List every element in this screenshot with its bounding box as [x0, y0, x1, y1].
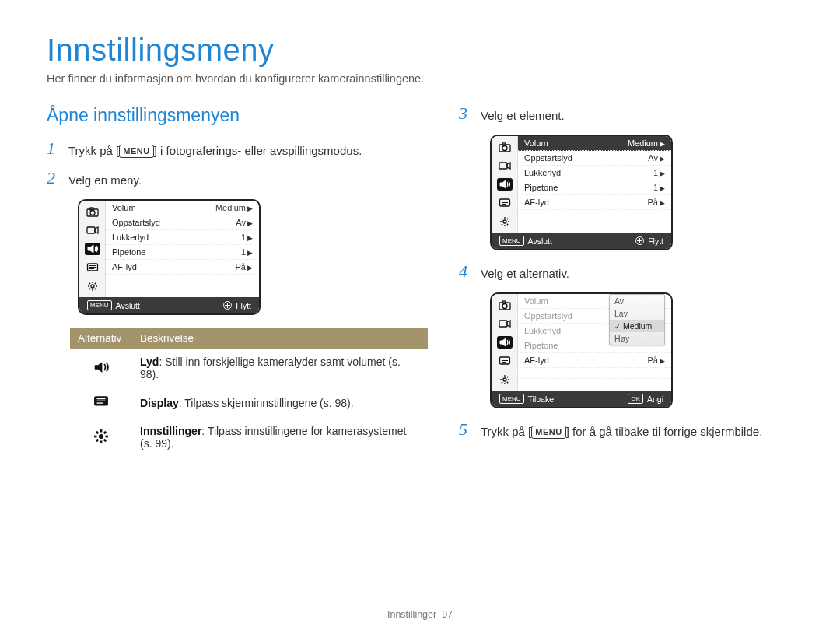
- display-icon: [70, 387, 132, 419]
- lcd-row-empty: [106, 275, 259, 285]
- svg-line-46: [501, 224, 502, 225]
- lcd-row-label: Lukkerlyd: [112, 233, 149, 242]
- svg-line-13: [89, 283, 89, 284]
- footer-page-number: 97: [442, 609, 453, 620]
- chevron-right-icon: ▶: [247, 219, 253, 227]
- menu-button-label: MENU: [531, 426, 565, 439]
- lcd-row-label: Pipetone: [524, 183, 558, 192]
- step-text: Trykk på [: [68, 144, 119, 157]
- sound-icon: [497, 178, 513, 191]
- lcd-row-empty: [518, 210, 671, 221]
- intro-text: Her finner du informasjon om hvordan du …: [47, 72, 793, 85]
- menu-pill-icon: MENU: [87, 300, 112, 310]
- lcd-list: Volum Oppstartslyd Lukkerlyd Pipetone AF…: [518, 294, 671, 391]
- dropdown-option: Høy: [610, 332, 664, 345]
- option-desc: : Tilpass skjerminnstillingene (s. 98).: [179, 397, 354, 409]
- menu-button-label: MENU: [119, 145, 153, 158]
- lcd-row: Pipetone1▶: [106, 245, 259, 260]
- lcd-set-label: Angi: [647, 394, 663, 404]
- svg-rect-33: [499, 163, 507, 169]
- sound-icon: [70, 349, 132, 387]
- lcd-footer: MENUTilbake OKAngi: [492, 391, 671, 407]
- svg-line-28: [104, 431, 106, 433]
- lcd-exit-label: Avslutt: [116, 301, 140, 310]
- step-5: 5 Trykk på [MENU] for å gå tilbake til f…: [459, 421, 793, 440]
- page-title: Innstillingsmeny: [47, 33, 793, 68]
- table-header-option: Alternativ: [70, 328, 132, 349]
- camera-icon: [497, 299, 513, 311]
- dropdown-option-label: Medium: [623, 321, 652, 331]
- step-2: 2 Velg en meny.: [47, 170, 428, 188]
- section-heading: Åpne innstillingsmenyen: [47, 105, 428, 126]
- svg-line-14: [94, 289, 95, 289]
- video-icon: [85, 224, 100, 236]
- lcd-row-label: Oppstartslyd: [524, 311, 572, 321]
- lcd-exit-label: Avslutt: [528, 236, 552, 246]
- sound-icon: [497, 336, 513, 349]
- lcd-row: Lukkerlyd1▶: [106, 230, 259, 245]
- step-text: Velg et element.: [481, 105, 565, 124]
- lcd-row-label: Volum: [524, 138, 548, 148]
- chevron-right-icon: ▶: [660, 184, 665, 192]
- step-number: 1: [47, 140, 61, 157]
- chevron-right-icon: ▶: [247, 264, 253, 271]
- step-text: Trykk på [: [481, 425, 531, 438]
- nav-icon: [223, 301, 232, 310]
- chevron-right-icon: ▶: [247, 249, 253, 257]
- chevron-right-icon: ▶: [660, 357, 665, 365]
- lcd-row-label: AF-lyd: [524, 356, 549, 365]
- chevron-right-icon: ▶: [660, 170, 665, 177]
- display-icon: [85, 261, 100, 274]
- dropdown-option: Lav: [610, 307, 664, 320]
- lcd-row: AF-lydPå▶: [518, 195, 671, 210]
- option-name: Display: [140, 397, 179, 409]
- lcd-screenshot-option: Volum Oppstartslyd Lukkerlyd Pipetone AF…: [490, 292, 673, 408]
- video-icon: [497, 317, 513, 330]
- svg-line-15: [94, 283, 95, 284]
- svg-point-38: [503, 220, 506, 223]
- gear-icon: [497, 215, 513, 228]
- table-row: Display: Tilpass skjerminnstillingene (s…: [70, 387, 428, 419]
- lcd-move-label: Flytt: [648, 236, 663, 246]
- step-text: Velg en meny.: [68, 170, 142, 188]
- lcd-footer: MENUAvslutt Flytt: [79, 297, 259, 313]
- lcd-back-label: Tilbake: [528, 394, 554, 404]
- lcd-row: Lukkerlyd1▶: [518, 166, 671, 180]
- lcd-list: VolumMedium▶ OppstartslydAv▶ Lukkerlyd1▶…: [106, 201, 259, 297]
- table-row: Innstillinger: Tilpass innstillingene fo…: [70, 419, 428, 457]
- step-number: 2: [47, 170, 61, 187]
- svg-line-60: [501, 377, 502, 377]
- camera-icon: [497, 141, 513, 153]
- option-name: Innstillinger: [140, 425, 201, 437]
- lcd-list: VolumMedium▶ OppstartslydAv▶ Lukkerlyd1▶…: [518, 136, 671, 233]
- lcd-row-label: Pipetone: [524, 341, 558, 350]
- svg-line-27: [104, 439, 106, 440]
- svg-rect-50: [499, 321, 507, 327]
- lcd-row: OppstartslydAv▶: [106, 215, 259, 230]
- display-icon: [497, 197, 513, 209]
- page-footer: Innstillinger 97: [0, 609, 840, 620]
- lcd-row-value: 1: [241, 247, 246, 257]
- lcd-row-label: Lukkerlyd: [524, 326, 561, 335]
- sound-icon: [85, 243, 100, 255]
- lcd-screenshot-element: VolumMedium▶ OppstartslydAv▶ Lukkerlyd1▶…: [490, 135, 673, 250]
- chevron-right-icon: ▶: [660, 155, 665, 163]
- option-desc: : Still inn forskjellige kameralyder sam…: [140, 356, 401, 380]
- lcd-row-label: Oppstartslyd: [524, 153, 572, 163]
- svg-line-29: [96, 439, 98, 440]
- lcd-row-label: AF-lyd: [524, 198, 549, 207]
- lcd-row-empty: [518, 368, 671, 379]
- lcd-sidebar: [492, 294, 518, 391]
- ok-pill-icon: OK: [628, 394, 643, 404]
- video-icon: [497, 159, 513, 172]
- lcd-row-value: 1: [241, 233, 246, 242]
- lcd-row: AF-lydPå▶: [106, 260, 259, 275]
- lcd-row-label: Volum: [112, 203, 136, 212]
- step-text: ] for å gå tilbake til forrige skjermbil…: [566, 425, 763, 438]
- step-number: 4: [459, 263, 473, 280]
- svg-line-16: [89, 289, 89, 289]
- chevron-right-icon: ▶: [247, 205, 253, 212]
- dropdown-panel: Av Lav ✓Medium Høy: [609, 294, 665, 345]
- step-4: 4 Velg et alternativ.: [459, 263, 793, 282]
- lcd-move-label: Flytt: [236, 301, 251, 310]
